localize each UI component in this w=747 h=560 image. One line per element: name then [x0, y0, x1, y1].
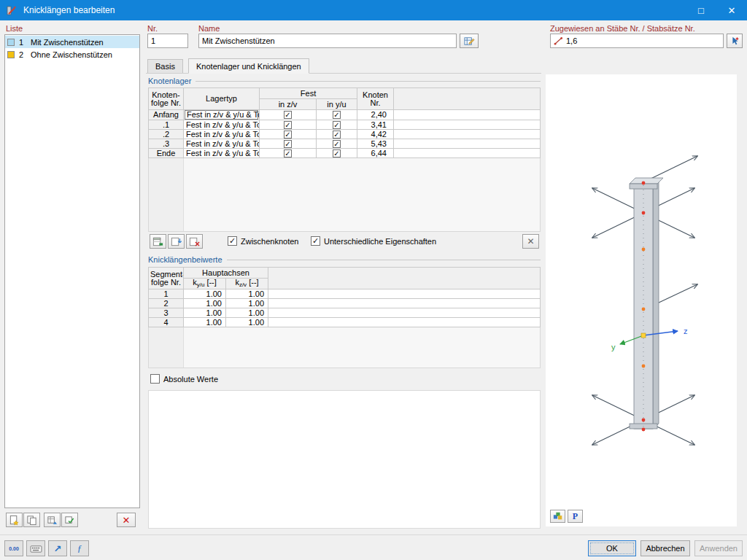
node-number-cell[interactable]: 6,44: [357, 149, 394, 158]
node-support-table[interactable]: Knoten-folge Nr. Lagertyp Fest KnotenNr.…: [148, 88, 541, 158]
node-number-cell[interactable]: 2,40: [357, 110, 394, 120]
fixed-zv-checkbox[interactable]: ✓: [284, 111, 292, 119]
print-graphic-button[interactable]: P: [568, 510, 583, 523]
fixed-zv-cell[interactable]: ✓: [260, 149, 317, 158]
kz-value-cell[interactable]: 1.00: [226, 318, 268, 327]
fixed-zv-cell[interactable]: ✓: [260, 130, 317, 139]
checkbox-box[interactable]: ✓: [150, 374, 160, 384]
node-number-cell[interactable]: 4,42: [357, 130, 394, 139]
col-header-hauptachsen: Hauptachsen: [184, 268, 268, 279]
fixed-yu-checkbox[interactable]: ✓: [333, 121, 341, 129]
kz-value-cell[interactable]: 1.00: [226, 308, 268, 318]
support-type-cell[interactable]: Fest in z/v & y/u & To...: [184, 139, 260, 149]
maximize-button[interactable]: □: [686, 0, 716, 20]
fixed-yu-cell[interactable]: ✓: [317, 110, 357, 120]
zwischenknoten-checkbox[interactable]: ✓ Zwischenknoten: [228, 236, 299, 246]
new-entry-button[interactable]: [6, 513, 23, 527]
kz-value-cell[interactable]: 1.00: [226, 289, 268, 299]
buckling-factors-table[interactable]: Segment-folge Nr. Hauptachsen ky/u [--] …: [148, 267, 541, 327]
units-button[interactable]: 0.00: [4, 540, 23, 556]
formula-button[interactable]: ƒ: [70, 540, 89, 556]
copy-entry-button[interactable]: [23, 513, 40, 527]
edit-supports-button[interactable]: [150, 234, 166, 249]
tab-basis[interactable]: Basis: [147, 59, 183, 74]
fixed-zv-checkbox[interactable]: ✓: [284, 149, 292, 158]
cancel-button[interactable]: Abbrechen: [640, 540, 690, 556]
support-type-cell[interactable]: Fest in z/v & y/u & To...: [184, 130, 260, 139]
unterschiedliche-eigenschaften-checkbox[interactable]: ✓ Unterschiedliche Eigenschaften: [311, 236, 436, 246]
absolute-werte-checkbox[interactable]: ✓ Absolute Werte: [150, 374, 218, 384]
node-number-cell[interactable]: 3,41: [357, 120, 394, 130]
empty-cell: [268, 318, 541, 327]
segment-number-cell: 4: [149, 318, 184, 327]
apply-button: Anwenden: [694, 540, 743, 556]
edit-name-button[interactable]: [460, 34, 479, 48]
support-type-cell[interactable]: Fest in z/v & y/u & To...: [184, 110, 260, 120]
name-input[interactable]: [198, 34, 457, 48]
fixed-zv-cell[interactable]: ✓: [260, 120, 317, 130]
support-type-cell[interactable]: Fest in z/v & y/u & To...: [184, 149, 260, 158]
factor-row: 3 1.00 1.00: [149, 308, 541, 318]
checkbox-box[interactable]: ✓: [311, 236, 320, 246]
ky-value-cell[interactable]: 1.00: [184, 299, 226, 308]
units-icon: 0.00: [9, 546, 19, 551]
insert-row-icon: [171, 236, 182, 247]
empty-cell: [394, 149, 541, 158]
footer: 0.00 ↗ ƒ OK Abbrechen Anwenden: [0, 534, 747, 560]
formula-icon: ƒ: [77, 542, 82, 554]
fixed-zv-cell[interactable]: ✓: [260, 139, 317, 149]
close-button[interactable]: ✕: [716, 0, 747, 20]
ky-value-cell[interactable]: 1.00: [184, 289, 226, 299]
support-type-cell[interactable]: Fest in z/v & y/u & To...: [184, 120, 260, 130]
fixed-yu-cell[interactable]: ✓: [317, 149, 357, 158]
column-member: [630, 178, 663, 429]
name-label: Name: [198, 24, 220, 33]
fixed-zv-checkbox[interactable]: ✓: [284, 131, 292, 139]
fixed-yu-checkbox[interactable]: ✓: [333, 131, 341, 139]
fixed-zv-cell[interactable]: ✓: [260, 110, 317, 120]
list-item-ohne-zwischenstuetzen[interactable]: 2 Ohne Zwischenstützen: [5, 48, 139, 61]
assigned-members-field[interactable]: 1,6: [550, 34, 724, 48]
renumber-entries-button[interactable]: [44, 513, 61, 527]
assigned-label: Zugewiesen an Stäbe Nr. / Stabsätze Nr.: [550, 24, 695, 33]
nr-input[interactable]: [147, 34, 188, 48]
ky-value-cell[interactable]: 1.00: [184, 308, 226, 318]
comment-area[interactable]: [148, 390, 541, 529]
color-swatch: [7, 39, 15, 46]
fixed-yu-checkbox[interactable]: ✓: [333, 149, 341, 158]
titlebar[interactable]: Knicklängen bearbeiten □ ✕: [0, 0, 747, 20]
fixed-yu-cell[interactable]: ✓: [317, 120, 357, 130]
fixed-zv-checkbox[interactable]: ✓: [284, 140, 292, 148]
fixed-yu-checkbox[interactable]: ✓: [333, 111, 341, 119]
check-entries-button[interactable]: [61, 513, 78, 527]
column-model: y z: [546, 74, 737, 526]
tab-knotenlager-und-knicklaengen[interactable]: Knotenlager und Knicklängen: [188, 58, 309, 74]
kz-value-cell[interactable]: 1.00: [226, 299, 268, 308]
checkbox-label: Absolute Werte: [163, 375, 218, 384]
insert-support-button[interactable]: [168, 234, 185, 249]
node-number-cell[interactable]: 5,43: [357, 139, 394, 149]
select-members-button[interactable]: [727, 34, 743, 48]
fixed-yu-cell[interactable]: ✓: [317, 139, 357, 149]
col-header-ky: ky/u [--]: [184, 279, 226, 289]
fixed-yu-cell[interactable]: ✓: [317, 130, 357, 139]
ok-button[interactable]: OK: [588, 540, 636, 556]
entries-list[interactable]: 1 Mit Zwischenstützen 2 Ohne Zwischenstü…: [4, 34, 140, 508]
list-item-label: Ohne Zwischenstützen: [31, 50, 112, 59]
fixed-zv-checkbox[interactable]: ✓: [284, 121, 292, 129]
display-properties-button[interactable]: [550, 510, 565, 523]
input-keyboard-button[interactable]: [26, 540, 45, 556]
axis-z-label: z: [684, 327, 688, 335]
col-header-support-type: Lagertyp: [184, 88, 260, 110]
import-button[interactable]: ↗: [48, 540, 67, 556]
model-viewport[interactable]: y z P: [546, 74, 737, 526]
delete-entry-button[interactable]: ✕: [117, 513, 136, 527]
checkbox-box[interactable]: ✓: [228, 236, 237, 246]
ky-value-cell[interactable]: 1.00: [184, 318, 226, 327]
delete-support-button[interactable]: [186, 234, 203, 249]
empty-cell: [268, 289, 541, 299]
list-item-mit-zwischenstuetzen[interactable]: 1 Mit Zwischenstützen: [5, 36, 139, 48]
clear-supports-button[interactable]: ✕: [522, 234, 539, 249]
fixed-yu-checkbox[interactable]: ✓: [333, 140, 341, 148]
clear-icon: ✕: [527, 237, 534, 246]
